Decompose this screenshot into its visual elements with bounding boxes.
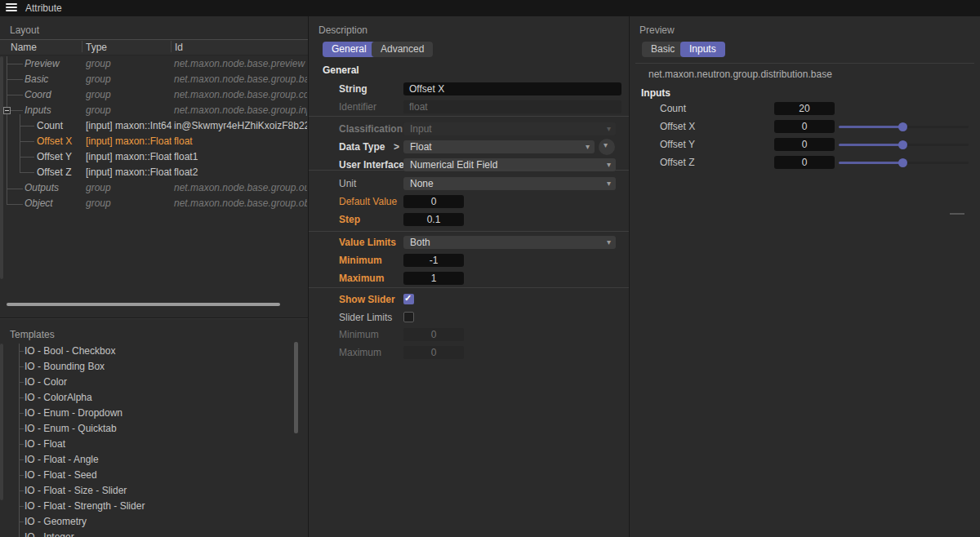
field-row-slider-minimum: Minimum 0	[309, 328, 629, 342]
data-type-dropdown[interactable]: Float ▾	[403, 140, 595, 153]
slider-fill	[839, 126, 901, 128]
slider-limits-checkbox[interactable]	[403, 312, 414, 322]
tree-item-type: [input] maxon::Float	[86, 165, 172, 180]
tree-item-name[interactable]: Coord	[24, 87, 82, 103]
dropdown-arrow-icon: ▾	[586, 140, 590, 153]
offset-y-slider[interactable]	[839, 138, 969, 151]
unit-dropdown[interactable]: None ▾	[403, 177, 616, 190]
window-title: Attribute	[25, 2, 62, 14]
field-label: Show Slider	[339, 293, 395, 306]
tree-item-type: [input] maxon::Float	[86, 149, 172, 165]
maximum-input[interactable]: 1	[403, 272, 464, 285]
template-item[interactable]: IO - Integer	[24, 530, 74, 537]
tree-column-header: Name Type Id	[0, 39, 308, 55]
slider-knob[interactable]	[898, 140, 907, 149]
field-row-string: String Offset X	[309, 82, 629, 96]
tab-inputs[interactable]: Inputs	[680, 42, 725, 57]
chevron-right-icon[interactable]: >	[394, 140, 399, 153]
tree-connector	[19, 428, 24, 429]
tree-item-type: [input] maxon::Float	[86, 134, 172, 149]
tab-general[interactable]: General	[323, 42, 376, 57]
tree-item-id: net.maxon.node.base.group.coord	[174, 87, 307, 103]
count-input[interactable]: 20	[774, 102, 835, 115]
template-item[interactable]: IO - Float	[24, 437, 65, 452]
tree-item-name[interactable]: Offset X	[37, 134, 84, 149]
tree-connector	[19, 521, 24, 522]
template-item[interactable]: IO - Enum - Quicktab	[24, 421, 117, 437]
tree-item-id: float2	[174, 165, 307, 180]
layout-tree: Preview group net.maxon.node.base.previe…	[0, 56, 308, 213]
identifier-input: float	[403, 100, 621, 113]
template-item[interactable]: IO - Bool - Checkbox	[24, 344, 115, 359]
offset-x-slider[interactable]	[839, 120, 969, 133]
menu-icon[interactable]	[6, 3, 17, 13]
template-item[interactable]: IO - Enum - Dropdown	[24, 406, 122, 421]
tree-item-id: float1	[174, 149, 307, 165]
minimum-input[interactable]: -1	[403, 254, 464, 267]
template-item[interactable]: IO - Float - Angle	[24, 452, 99, 468]
column-header-name[interactable]: Name	[11, 41, 37, 54]
show-slider-checkbox[interactable]: ✓	[403, 294, 414, 304]
template-item[interactable]: IO - Geometry	[24, 514, 87, 530]
template-item[interactable]: IO - ColorAlpha	[24, 390, 92, 406]
tree-row-offset-x-selected: Offset X [input] maxon::Float float	[0, 134, 308, 149]
tree-connector	[19, 459, 24, 460]
tree-item-name[interactable]: Basic	[24, 72, 82, 87]
slider-fill	[839, 144, 901, 146]
tree-item-id: net.maxon.node.base.preview	[174, 56, 307, 72]
field-label: Count	[660, 102, 686, 115]
templates-vertical-scrollbar[interactable]	[294, 342, 298, 433]
slider-knob[interactable]	[898, 122, 907, 131]
tree-row-preview: Preview group net.maxon.node.base.previe…	[0, 56, 308, 72]
offset-y-input[interactable]: 0	[774, 138, 835, 151]
field-row-default-value: Default Value 0	[309, 195, 629, 209]
tree-item-type: group	[86, 56, 172, 72]
tree-item-name[interactable]: Inputs	[24, 103, 82, 118]
step-input[interactable]: 0.1	[403, 213, 464, 226]
description-panel: Description General Advanced General Str…	[309, 16, 630, 537]
field-label: Value Limits	[339, 236, 396, 249]
templates-left-scrollbar[interactable]	[0, 344, 3, 500]
template-item[interactable]: IO - Bounding Box	[24, 359, 105, 375]
tree-item-name[interactable]: Count	[37, 118, 84, 134]
tree-item-name[interactable]: Outputs	[24, 180, 82, 196]
tab-advanced[interactable]: Advanced	[372, 42, 433, 57]
offset-x-input[interactable]: 0	[774, 120, 835, 133]
tree-item-name[interactable]: Object	[24, 196, 82, 211]
column-header-id[interactable]: Id	[175, 41, 183, 54]
field-label: Identifier	[339, 100, 376, 113]
value-limits-dropdown[interactable]: Both ▾	[403, 236, 616, 249]
data-type-options-button[interactable]: ▾	[599, 139, 615, 155]
template-item[interactable]: IO - Float - Size - Slider	[24, 483, 127, 499]
template-item[interactable]: IO - Float - Seed	[24, 468, 97, 483]
template-item[interactable]: IO - Float - Strength - Slider	[24, 499, 145, 514]
tree-vertical-scrollbar[interactable]	[0, 56, 3, 279]
column-header-type[interactable]: Type	[86, 41, 107, 54]
default-value-input[interactable]: 0	[403, 195, 464, 208]
tree-connector	[19, 366, 24, 367]
slider-fill	[839, 162, 901, 164]
tree-connector	[19, 444, 24, 445]
offset-z-input[interactable]: 0	[774, 156, 835, 169]
preview-row-count: Count 20	[630, 102, 980, 116]
string-input[interactable]: Offset X	[403, 82, 621, 95]
offset-z-slider[interactable]	[839, 156, 969, 169]
tree-item-name[interactable]: Offset Z	[37, 165, 84, 180]
templates-list: IO - Bool - Checkbox IO - Bounding Box I…	[0, 344, 308, 537]
tree-row-basic: Basic group net.maxon.node.base.group.ba…	[0, 72, 308, 87]
field-row-maximum: Maximum 1	[309, 272, 629, 286]
template-item[interactable]: IO - Color	[24, 375, 67, 390]
column-separator[interactable]	[171, 41, 172, 52]
field-label: Step	[339, 213, 360, 226]
tree-horizontal-scrollbar[interactable]	[7, 303, 280, 306]
slider-knob[interactable]	[898, 158, 907, 167]
tree-item-name[interactable]: Preview	[24, 56, 82, 72]
tree-row-coord: Coord group net.maxon.node.base.group.co…	[0, 87, 308, 103]
field-row-step: Step 0.1	[309, 213, 629, 227]
tree-item-name[interactable]: Offset Y	[37, 149, 84, 165]
resize-handle[interactable]	[950, 213, 964, 215]
dropdown-arrow-icon: ▾	[604, 140, 608, 149]
tree-item-type: group	[86, 196, 172, 211]
column-separator[interactable]	[82, 41, 82, 52]
tab-basic[interactable]: Basic	[642, 42, 684, 57]
